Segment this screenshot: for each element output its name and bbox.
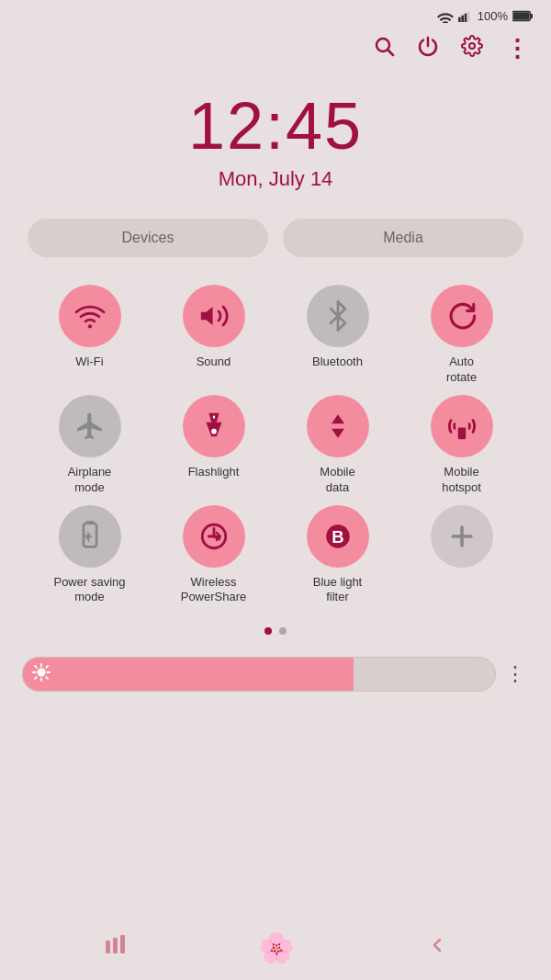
status-icons: 100% [437, 9, 533, 23]
hotspot-icon-circle [431, 395, 493, 457]
brightness-row[interactable]: ⋮ [0, 648, 551, 701]
bluetooth-label: Bluetooth [312, 355, 363, 370]
battery-percentage: 100% [478, 9, 508, 23]
qs-add[interactable] [399, 505, 523, 606]
more-button[interactable]: ⋮ [505, 37, 529, 61]
clock-time: 12:45 [188, 88, 363, 163]
brightness-track[interactable] [22, 657, 496, 692]
airplane-icon-circle [59, 395, 121, 457]
back-button[interactable] [426, 934, 448, 962]
svg-point-10 [87, 324, 91, 328]
tab-media[interactable]: Media [283, 219, 523, 257]
wifi-icon-circle [59, 285, 121, 347]
autorotate-icon-circle [431, 285, 493, 347]
svg-line-8 [388, 51, 394, 56]
svg-line-29 [46, 666, 48, 668]
svg-rect-0 [458, 17, 461, 21]
svg-rect-32 [113, 938, 118, 953]
bluelight-label: Blue light filter [313, 575, 362, 606]
svg-line-27 [35, 666, 37, 668]
status-bar: 100% [0, 0, 551, 28]
hotspot-label: Mobile hotspot [442, 465, 481, 496]
search-button[interactable] [373, 35, 395, 62]
power-button[interactable] [417, 35, 439, 62]
svg-text:B: B [332, 527, 343, 546]
qs-autorotate[interactable]: Auto rotate [399, 285, 523, 386]
qs-powersave[interactable]: Power saving mode [28, 505, 152, 606]
add-icon-circle [431, 505, 493, 568]
wireless-label: Wireless PowerShare [181, 575, 247, 606]
svg-point-12 [211, 429, 217, 434]
flashlight-label: Flashlight [188, 465, 240, 480]
brightness-more-button[interactable]: ⋮ [505, 662, 529, 686]
sound-icon-circle [183, 285, 245, 347]
recents-button[interactable] [103, 933, 127, 963]
qs-mobiledata[interactable]: Mobile data [276, 395, 399, 496]
clock-date: Mon, July 14 [219, 167, 333, 191]
powersave-icon-circle [59, 505, 121, 568]
wireless-icon-circle [183, 505, 245, 568]
flashlight-icon-circle [183, 395, 245, 457]
svg-rect-5 [513, 12, 530, 19]
svg-point-9 [469, 43, 475, 49]
svg-rect-2 [464, 13, 467, 21]
svg-rect-1 [461, 15, 464, 21]
airplane-label: Airplane mode [68, 465, 112, 496]
settings-button[interactable] [461, 35, 483, 62]
svg-rect-6 [530, 14, 533, 18]
bottom-nav: 🌸 [0, 916, 551, 980]
svg-rect-33 [120, 935, 125, 953]
mobiledata-icon-circle [307, 395, 369, 457]
clock-section: 12:45 Mon, July 14 [0, 70, 551, 219]
tab-devices[interactable]: Devices [28, 219, 268, 257]
brightness-sun-icon [31, 662, 51, 686]
bluetooth-icon-circle [307, 285, 369, 347]
qs-flashlight[interactable]: Flashlight [152, 395, 276, 496]
svg-rect-16 [85, 521, 94, 524]
svg-rect-3 [467, 11, 470, 21]
signal-icon [458, 10, 473, 23]
svg-rect-31 [106, 941, 110, 953]
svg-rect-14 [457, 427, 466, 439]
autorotate-label: Auto rotate [446, 355, 477, 386]
qs-sound[interactable]: Sound [152, 285, 276, 386]
qs-wireless[interactable]: Wireless PowerShare [152, 505, 276, 606]
pagination [0, 614, 551, 644]
page-dot-1 [264, 627, 272, 635]
svg-line-30 [35, 678, 37, 680]
toolbar: ⋮ [0, 28, 551, 70]
qs-bluelight[interactable]: B Blue light filter [276, 505, 399, 606]
page-dot-2 [279, 627, 287, 635]
bluelight-icon-circle: B [307, 505, 369, 568]
quick-settings-grid: Wi-Fi Sound Bluetooth Auto rotat [0, 276, 551, 614]
svg-marker-11 [200, 307, 212, 325]
wifi-status-icon [437, 10, 454, 23]
qs-airplane[interactable]: Airplane mode [28, 395, 152, 496]
sound-label: Sound [197, 355, 231, 370]
home-button[interactable]: 🌸 [258, 930, 295, 965]
mobiledata-label: Mobile data [320, 465, 354, 496]
battery-icon [512, 10, 533, 22]
qs-wifi[interactable]: Wi-Fi [28, 285, 152, 386]
tabs-row: Devices Media [0, 219, 551, 276]
qs-hotspot[interactable]: Mobile hotspot [399, 395, 523, 496]
powersave-label: Power saving mode [53, 575, 125, 606]
svg-point-22 [37, 669, 45, 677]
wifi-label: Wi-Fi [75, 355, 103, 370]
qs-bluetooth[interactable]: Bluetooth [276, 285, 399, 386]
svg-line-28 [46, 678, 48, 680]
